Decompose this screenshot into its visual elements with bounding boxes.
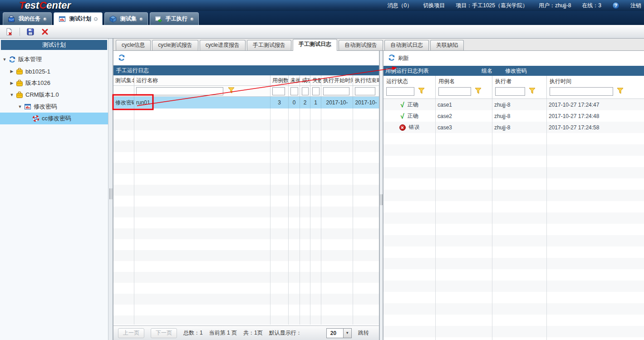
col-executor[interactable]: 执行者 [492, 76, 547, 99]
col-run-name[interactable]: 运行名称 [134, 75, 270, 85]
case-log-row[interactable]: √正确 case1 zhujj-8 2017-10-27 17:24:47 [383, 99, 644, 110]
chevron-down-icon[interactable]: ▼ [9, 93, 15, 97]
empty-cell [353, 141, 379, 152]
tab-auto-test-log[interactable]: 自动测试日志 [384, 40, 429, 50]
right-table-header: 运行状态 用例名 执行者 执行时间 [383, 76, 644, 99]
col-failed[interactable]: 失败 [310, 75, 321, 85]
col-run-status[interactable]: 运行状态 [383, 76, 436, 99]
case-name-filter-input[interactable] [438, 87, 471, 96]
panel-splitter[interactable] [379, 51, 383, 340]
refresh-button[interactable]: 刷新 [398, 54, 409, 62]
empty-cell [270, 305, 289, 315]
case-count-filter-input[interactable] [272, 87, 285, 95]
empty-cell [113, 228, 134, 239]
exec-time-cell: 2017-10-27 17:24:48 [547, 110, 644, 122]
run-name-filter-input[interactable] [136, 87, 223, 95]
col-end-time[interactable]: 执行结束时间 [353, 75, 379, 85]
jump-button[interactable]: 跳转 [358, 329, 369, 337]
logout-link[interactable]: 注销 [630, 2, 641, 10]
end-time-filter-input[interactable] [355, 87, 375, 95]
run-status-filter-input[interactable] [386, 87, 414, 96]
col-test-set-name[interactable]: 测试集名称 [113, 75, 134, 85]
splitter-grip-icon[interactable] [109, 188, 112, 199]
run-log-row-selected[interactable]: 修改密码 run01 3 0 2 1 2017-10- 2017-10- [113, 97, 379, 108]
prev-page-button[interactable]: 上一页 [118, 328, 144, 338]
delete-document-button[interactable] [4, 26, 15, 37]
refresh-icon[interactable] [118, 54, 125, 63]
briefcase-icon [16, 91, 24, 99]
messages-link[interactable]: 消息（0） [388, 2, 413, 10]
executor-filter-input[interactable] [495, 87, 525, 96]
empty-cell [134, 217, 270, 228]
success-filter-input[interactable] [302, 87, 309, 95]
filter-failed [310, 86, 321, 96]
empty-cell [321, 141, 353, 152]
case-log-row[interactable]: √正确 case2 zhujj-8 2017-10-27 17:24:48 [383, 110, 644, 122]
tab-cycle-progress-report[interactable]: cycle进度报告 [200, 40, 246, 50]
page-size-select[interactable]: 20 ▼ [326, 328, 352, 338]
empty-cell [353, 119, 379, 130]
failed-filter-input[interactable] [312, 87, 320, 95]
tab-auto-test-report[interactable]: 自动测试报告 [339, 40, 383, 50]
filter-run-name [134, 86, 270, 96]
splitter-grip-icon[interactable] [380, 194, 383, 205]
filter-funnel-icon[interactable] [475, 88, 482, 95]
start-time-filter-input[interactable] [323, 87, 349, 95]
chevron-right-icon[interactable]: ▶ [9, 69, 15, 74]
tree-item-version-mgmt[interactable]: ▼ 版本管理 [0, 54, 108, 65]
empty-row [383, 269, 644, 281]
empty-cell [270, 272, 289, 283]
close-button[interactable] [39, 26, 50, 37]
col-exec-time[interactable]: 执行时间 [547, 76, 644, 99]
chevron-down-icon[interactable]: ▼ [343, 329, 351, 338]
empty-cell [270, 174, 289, 185]
empty-cell [547, 292, 644, 303]
tab-cycle-info[interactable]: cycle信息 [116, 40, 151, 50]
empty-cell [383, 281, 436, 292]
cell-case-count: 3 [270, 97, 289, 108]
not-run-filter-input[interactable] [290, 87, 298, 95]
chevron-down-icon[interactable]: ▼ [2, 57, 7, 62]
col-case-count[interactable]: 用例数 [270, 75, 289, 85]
case-log-row[interactable]: ×错误 case3 zhujj-8 2017-10-27 17:24:58 [383, 122, 644, 133]
empty-row [383, 281, 644, 292]
tree-item-bb1025-1[interactable]: ▶ bb1025-1 [0, 65, 108, 77]
chevron-down-icon[interactable]: ▼ [17, 104, 23, 109]
chevron-right-icon[interactable]: ▶ [9, 81, 15, 85]
tab-manual-test-report[interactable]: 手工测试报告 [247, 40, 291, 50]
col-start-time[interactable]: 执行开始时间 [321, 75, 353, 85]
nav-tab-manual-exec[interactable]: 手工执行 [150, 12, 199, 25]
switch-project-link[interactable]: 切换项目 [423, 2, 445, 10]
tab-manual-test-log[interactable]: 手工测试日志 [293, 39, 337, 51]
tree-item-change-password-plan[interactable]: ▼ 修改密码 [0, 101, 108, 113]
sidebar-splitter[interactable] [108, 39, 113, 340]
tree-item-cc-change-password[interactable]: cc修改密码 [0, 113, 108, 124]
app-logo: TestCenter [19, 0, 71, 11]
filter-funnel-icon[interactable] [418, 88, 425, 95]
nav-tab-test-set[interactable]: 测试集 [104, 12, 148, 25]
tab-linked-defects[interactable]: 关联缺陷 [430, 40, 464, 50]
tree-item-crm-version-1.0[interactable]: ▼ CRM版本1.0 [0, 89, 108, 101]
col-success[interactable]: 成功 [300, 75, 310, 85]
tree-item-version-1026[interactable]: ▶ 版本1026 [0, 77, 108, 89]
content-tabs: cycle信息 cycle测试报告 cycle进度报告 手工测试报告 手工测试日… [113, 39, 644, 51]
col-case-name[interactable]: 用例名 [436, 76, 492, 99]
empty-cell [547, 201, 644, 212]
save-button[interactable] [25, 26, 36, 37]
exec-time-filter-input[interactable] [550, 87, 613, 96]
cell-test-set: 修改密码 [113, 97, 134, 108]
empty-row [113, 315, 379, 325]
empty-cell [353, 108, 379, 119]
manual-run-log-panel: 手工运行日志 测试集名称 运行名称 用例数 未执行 成功 失败 执行开始时间 执… [113, 51, 379, 340]
filter-funnel-icon[interactable] [228, 87, 235, 95]
empty-cell [113, 119, 134, 130]
tab-cycle-test-report[interactable]: cycle测试报告 [152, 40, 198, 50]
next-page-button[interactable]: 下一页 [151, 328, 177, 338]
filter-funnel-icon[interactable] [529, 88, 536, 95]
nav-tab-test-plan[interactable]: 测试计划 [54, 12, 103, 25]
refresh-icon[interactable] [388, 54, 395, 63]
col-not-run[interactable]: 未执行 [289, 75, 300, 85]
filter-funnel-icon[interactable] [617, 88, 624, 95]
help-icon[interactable]: ? [612, 2, 619, 9]
nav-tab-my-tasks[interactable]: 我的任务 [3, 12, 52, 25]
